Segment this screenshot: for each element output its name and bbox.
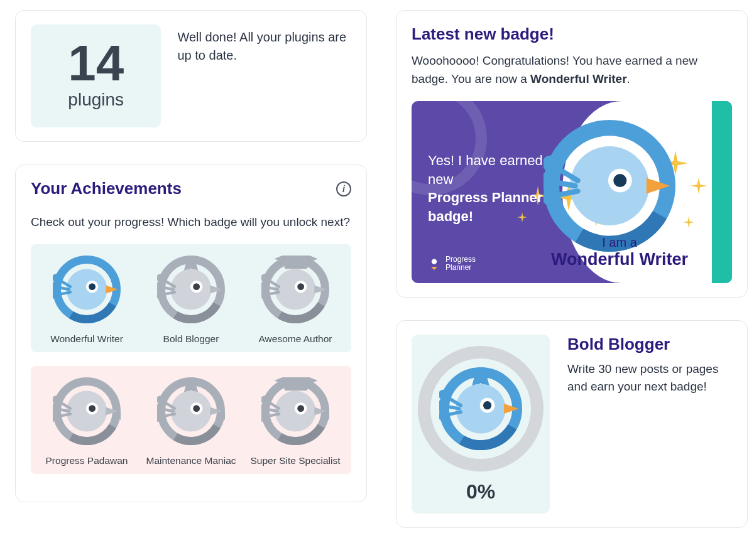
badge-name: Maintenance Maniac xyxy=(146,455,236,466)
svg-point-44 xyxy=(89,405,96,412)
svg-point-88 xyxy=(545,192,555,203)
badge-icon xyxy=(157,377,225,445)
badge-icon xyxy=(261,256,329,323)
svg-point-24 xyxy=(158,275,163,281)
svg-point-73 xyxy=(261,406,265,411)
next-badge-card: 0% Bold Blogger Write 30 new posts or pa… xyxy=(396,320,748,528)
svg-point-87 xyxy=(544,175,550,186)
latest-text: Wooohoooo! Congratulations! You have ear… xyxy=(412,51,732,89)
hero-caption: I am a Wonderful Writer xyxy=(551,235,688,269)
hero-caption-big: Wonderful Writer xyxy=(551,250,688,269)
svg-point-12 xyxy=(53,275,59,281)
latest-badge-card: Latest new badge! Wooohoooo! Congratulat… xyxy=(396,10,748,298)
svg-point-100 xyxy=(440,412,447,419)
svg-point-26 xyxy=(158,293,163,298)
badge-icon xyxy=(261,377,329,445)
logo-text: ProgressPlanner xyxy=(445,256,476,272)
svg-point-13 xyxy=(53,284,56,289)
svg-point-62 xyxy=(158,414,163,420)
latest-hero: Yes! I have earned a new Progress Planne… xyxy=(412,101,732,283)
progress-ring-box: 0% xyxy=(412,335,550,514)
badge-name: Progress Padawan xyxy=(46,455,128,466)
plugins-count-box: 14 plugins xyxy=(31,24,161,127)
svg-point-48 xyxy=(53,397,59,402)
badge-item[interactable]: Awesome Author xyxy=(243,256,347,345)
svg-point-72 xyxy=(262,397,268,402)
hero-line2: Progress Planner badge! xyxy=(428,190,542,224)
badge-icon xyxy=(53,377,121,445)
plugins-label: plugins xyxy=(37,90,155,110)
next-badge-icon xyxy=(439,367,522,450)
svg-point-25 xyxy=(157,284,160,289)
progress-planner-logo: ProgressPlanner xyxy=(428,256,476,272)
badge-item[interactable]: Progress Padawan xyxy=(35,377,139,466)
svg-point-74 xyxy=(262,414,268,420)
info-icon[interactable]: i xyxy=(336,181,351,197)
badge-item[interactable]: Bold Blogger xyxy=(139,256,243,345)
svg-point-20 xyxy=(193,283,200,290)
svg-point-37 xyxy=(261,284,265,289)
achievements-title: Your Achievements xyxy=(31,179,182,198)
badge-name: Wonderful Writer xyxy=(50,333,123,345)
svg-point-98 xyxy=(440,391,447,398)
progress-percent: 0% xyxy=(466,480,495,503)
badge-bird-icon xyxy=(544,120,675,252)
svg-point-86 xyxy=(545,158,555,169)
latest-title: Latest new badge! xyxy=(412,24,732,44)
badge-icon xyxy=(53,256,121,323)
badge-item[interactable]: Maintenance Maniac xyxy=(139,377,243,466)
svg-marker-76 xyxy=(431,267,437,270)
svg-point-75 xyxy=(432,259,437,264)
svg-point-68 xyxy=(297,405,304,412)
plugins-message: Well done! All your plugins are up to da… xyxy=(177,24,351,65)
badge-row: Progress Padawan Maintenance Maniac xyxy=(31,366,351,474)
svg-point-61 xyxy=(157,406,160,411)
achievements-card: Your Achievements i Check out your progr… xyxy=(15,164,367,502)
svg-point-50 xyxy=(53,414,59,420)
svg-point-14 xyxy=(53,293,59,298)
badge-name: Awesome Author xyxy=(259,333,332,345)
svg-point-82 xyxy=(613,174,626,187)
badge-item[interactable]: Wonderful Writer xyxy=(35,256,139,345)
plugins-count: 14 xyxy=(37,38,155,89)
badge-name: Super Site Specialist xyxy=(250,455,340,466)
next-badge-title: Bold Blogger xyxy=(567,335,732,354)
badge-name: Bold Blogger xyxy=(163,333,219,345)
latest-text-badge: Wonderful Writer xyxy=(530,72,626,85)
hero-line1: Yes! I have earned a new xyxy=(428,153,554,187)
svg-point-49 xyxy=(53,406,56,411)
next-badge-desc: Write 30 new posts or pages and earn you… xyxy=(567,360,732,396)
svg-point-99 xyxy=(439,402,444,409)
svg-point-60 xyxy=(158,397,163,402)
svg-point-8 xyxy=(89,283,96,290)
badge-icon xyxy=(157,256,225,323)
plugins-card: 14 plugins Well done! All your plugins a… xyxy=(15,10,367,142)
svg-point-32 xyxy=(297,283,304,290)
svg-point-36 xyxy=(262,275,268,281)
badge-item[interactable]: Super Site Specialist xyxy=(243,377,347,466)
achievements-subtitle: Check out your progress! Which badge wil… xyxy=(31,213,351,232)
hero-caption-small: I am a xyxy=(602,235,637,249)
latest-text-suffix: . xyxy=(627,72,630,85)
badge-row: Wonderful Writer Bold Blogger xyxy=(31,244,351,352)
svg-point-94 xyxy=(483,401,491,409)
progress-ring xyxy=(418,346,544,471)
svg-point-56 xyxy=(193,405,200,412)
svg-point-38 xyxy=(262,293,268,298)
